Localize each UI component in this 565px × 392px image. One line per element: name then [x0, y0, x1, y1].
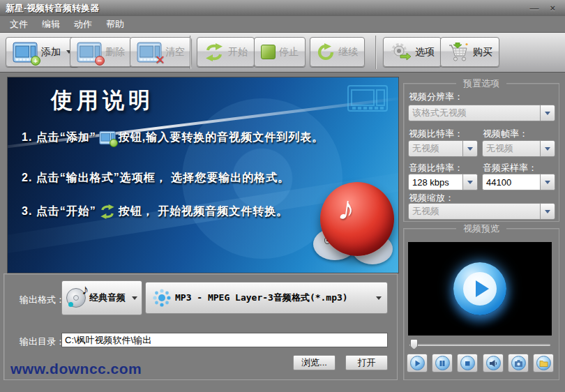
output-format-label: 输出格式：: [20, 294, 65, 306]
audio-bitrate-label: 音频比特率：: [409, 162, 463, 174]
step3-text-post: 按钮， 开始视频音频文件转换。: [119, 204, 288, 219]
play-button[interactable]: [407, 354, 428, 372]
instruction-step-1: 1. 点击“添加” 按钮,输入要转换的音视频文件到列表。: [22, 130, 324, 145]
open-folder-button[interactable]: [533, 354, 554, 372]
video-scale-select[interactable]: 无视频: [408, 203, 555, 220]
stop-playback-button[interactable]: [457, 354, 478, 372]
menu-item-edit[interactable]: 编辑: [35, 17, 67, 32]
video-framerate-label: 视频帧率：: [483, 128, 528, 140]
stop-square-icon: [261, 45, 276, 59]
open-button[interactable]: 打开: [345, 355, 388, 370]
add-button-label: 添加: [41, 46, 61, 59]
red-music-disc: ♪: [320, 182, 394, 256]
stop-button[interactable]: 停止: [254, 37, 306, 67]
gear-icon: [390, 43, 412, 62]
video-bitrate-label: 视频比特率：: [409, 128, 463, 140]
instructions-panel: 使用说明 1. 点击“添加” 按钮,输入要转换的音视频文件到列表。 2. 点击“…: [7, 77, 399, 273]
play-icon: [410, 356, 425, 370]
video-scale-value: 无视频: [409, 205, 540, 218]
video-bitrate-select[interactable]: 无视频: [408, 140, 478, 157]
app-window: 新星-视频转音频转换器 — × 文件 编辑 动作 帮助 + 添加: [0, 0, 565, 392]
start-cycle-icon: [204, 43, 225, 61]
start-button-label: 开始: [228, 46, 248, 59]
slider-track: [409, 344, 550, 346]
resume-button[interactable]: 继续: [310, 37, 365, 67]
toolbar-separator: [190, 36, 190, 69]
minus-badge-icon: −: [95, 56, 105, 66]
remove-button-label: 删除: [105, 46, 125, 59]
clear-button[interactable]: ✕ 清空: [130, 37, 192, 67]
stop-button-label: 停止: [279, 46, 299, 59]
audio-samplerate-select[interactable]: 44100: [482, 174, 555, 190]
start-button[interactable]: 开始: [197, 37, 255, 67]
format-select[interactable]: MP3 - MPEG Layer-3音频格式(*.mp3): [145, 282, 388, 314]
plus-badge-icon: [110, 139, 118, 147]
step1-text-pre: 1. 点击“添加”: [22, 130, 96, 145]
x-badge-icon: ✕: [155, 52, 165, 68]
film-add-icon: +: [13, 42, 38, 63]
video-preview-screen: [408, 242, 552, 336]
browse-button[interactable]: 浏览...: [293, 355, 336, 370]
toolbar-separator: [375, 36, 376, 69]
output-dir-input[interactable]: [61, 333, 388, 347]
toolbar: + 添加 − 删除: [0, 32, 565, 73]
player-logo-icon: [453, 262, 506, 315]
buy-button-label: 购买: [473, 46, 492, 59]
instructions-title: 使用说明: [51, 86, 154, 115]
camera-icon: [511, 356, 526, 370]
minimize-button[interactable]: —: [529, 3, 538, 13]
video-framerate-value: 无视频: [483, 142, 540, 155]
menu-item-file[interactable]: 文件: [3, 17, 35, 32]
chevron-down-icon: [540, 174, 555, 190]
add-button[interactable]: + 添加: [6, 37, 79, 67]
resume-button-label: 继续: [338, 46, 358, 59]
clear-button-label: 清空: [165, 46, 185, 59]
folder-icon: [536, 356, 551, 370]
film-clear-icon: ✕: [137, 42, 162, 63]
snapshot-button[interactable]: [508, 354, 529, 372]
options-button[interactable]: 选项: [383, 37, 442, 67]
menu-item-action[interactable]: 动作: [67, 17, 99, 32]
instruction-step-2: 2. 点击“输出格式”选项框， 选择您要输出的格式。: [22, 171, 289, 186]
pause-icon: [435, 356, 450, 370]
cycle-inline-icon: [99, 204, 116, 219]
video-resolution-select[interactable]: 该格式无视频: [408, 105, 555, 121]
chevron-down-icon: [540, 204, 555, 219]
audio-bitrate-select[interactable]: 128 kbps: [408, 174, 478, 190]
format-value: MP3 - MPEG Layer-3音频格式(*.mp3): [175, 292, 371, 304]
remove-button[interactable]: − 删除: [70, 37, 132, 67]
step1-text-post: 按钮,输入要转换的音视频文件到列表。: [119, 130, 324, 145]
seek-slider[interactable]: [409, 339, 550, 350]
options-button-label: 选项: [415, 46, 435, 59]
window-controls: — ×: [529, 3, 559, 13]
audio-bitrate-value: 128 kbps: [409, 177, 462, 188]
film-remove-icon: −: [77, 42, 102, 63]
pause-button[interactable]: [432, 354, 453, 372]
audio-samplerate-value: 44100: [483, 177, 540, 188]
close-button[interactable]: ×: [550, 3, 555, 13]
format-category-select[interactable]: ♪ 经典音频: [61, 280, 142, 315]
chevron-down-icon: [462, 174, 477, 190]
step2-text: 2. 点击“输出格式”选项框， 选择您要输出的格式。: [22, 171, 289, 186]
output-dir-label: 输出目录：: [20, 336, 65, 348]
format-category-value: 经典音频: [89, 292, 126, 304]
resume-loop-icon: [317, 43, 335, 61]
music-note-icon: ♪: [336, 188, 357, 229]
stop-icon: [460, 356, 475, 370]
video-resolution-label: 视频分辨率：: [409, 91, 463, 103]
video-bitrate-value: 无视频: [409, 142, 462, 155]
menu-item-help[interactable]: 帮助: [99, 17, 131, 32]
step3-text-pre: 3. 点击“开始”: [22, 204, 96, 219]
slider-thumb[interactable]: [410, 339, 418, 349]
preview-title: 视频预览: [456, 223, 506, 235]
filmstrip-watermark-icon: [347, 82, 389, 118]
cart-icon: [447, 43, 469, 62]
presets-groupbox: 预置选项 视频分辨率： 该格式无视频 视频比特率： 视频帧率： 无视频 无视频 …: [403, 83, 559, 222]
watermark-text: www.downcc.com: [10, 361, 142, 377]
preview-groupbox: 视频预览: [403, 228, 559, 380]
buy-button[interactable]: 购买: [440, 37, 499, 67]
video-resolution-value: 该格式无视频: [409, 107, 540, 119]
chevron-down-icon: [540, 105, 555, 121]
mute-button[interactable]: [483, 354, 504, 372]
video-framerate-select[interactable]: 无视频: [482, 140, 555, 157]
